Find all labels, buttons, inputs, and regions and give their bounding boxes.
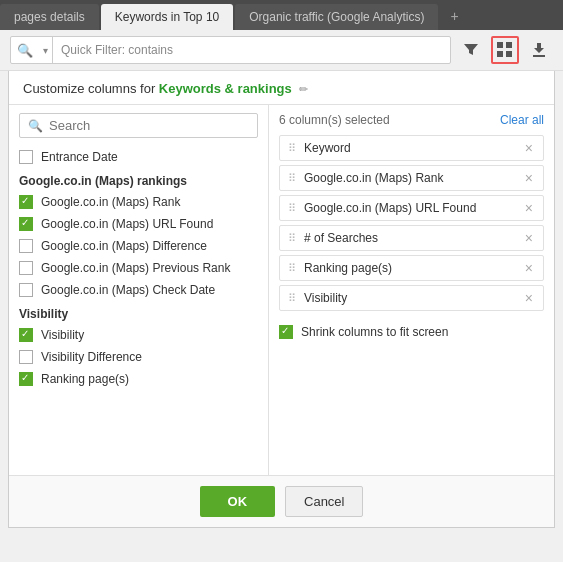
tab-bar: pages details Keywords in Top 10 Organic… — [0, 0, 563, 30]
maps-url-label: Google.co.in (Maps) URL Found — [41, 217, 213, 231]
maps-url-checkbox[interactable] — [19, 217, 33, 231]
edit-icon[interactable]: ✏ — [299, 83, 308, 95]
entrance-date-label: Entrance Date — [41, 150, 118, 164]
ranking-pages-label: Ranking page(s) — [41, 372, 129, 386]
selected-column-item[interactable]: ⠿ Google.co.in (Maps) URL Found × — [279, 195, 544, 221]
list-item[interactable]: Ranking page(s) — [9, 368, 268, 390]
group-label-visibility: Visibility — [9, 301, 268, 324]
quick-filter-input[interactable]: 🔍 ▾ Quick Filter: contains — [10, 36, 451, 64]
entrance-date-checkbox[interactable] — [19, 150, 33, 164]
svg-rect-0 — [533, 55, 545, 57]
maps-rank-label: Google.co.in (Maps) Rank — [41, 195, 180, 209]
column-search-box[interactable]: 🔍 — [19, 113, 258, 138]
drag-handle-icon: ⠿ — [288, 232, 296, 245]
left-panel: 🔍 Entrance Date Google.co.in (Maps) rank… — [9, 105, 269, 475]
visibility-label: Visibility — [41, 328, 84, 342]
list-item[interactable]: Google.co.in (Maps) Rank — [9, 191, 268, 213]
maps-check-date-label: Google.co.in (Maps) Check Date — [41, 283, 215, 297]
tab-keywords-top10[interactable]: Keywords in Top 10 — [101, 4, 234, 30]
dialog-footer: OK Cancel — [9, 475, 554, 527]
remove-item-button[interactable]: × — [523, 231, 535, 245]
remove-item-button[interactable]: × — [523, 201, 535, 215]
grid-icon-graphic — [497, 42, 513, 58]
ok-button[interactable]: OK — [200, 486, 276, 517]
selected-column-item[interactable]: ⠿ Google.co.in (Maps) Rank × — [279, 165, 544, 191]
visibility-checkbox[interactable] — [19, 328, 33, 342]
selected-column-item[interactable]: ⠿ Keyword × — [279, 135, 544, 161]
selected-column-item[interactable]: ⠿ Visibility × — [279, 285, 544, 311]
visibility-diff-label: Visibility Difference — [41, 350, 142, 364]
drag-handle-icon: ⠿ — [288, 292, 296, 305]
list-item[interactable]: Google.co.in (Maps) URL Found — [9, 213, 268, 235]
filter-text: Quick Filter: contains — [53, 43, 450, 57]
selected-item-label: Visibility — [304, 291, 523, 305]
dialog-header: Customize columns for Keywords & ranking… — [9, 71, 554, 105]
selected-item-label: Google.co.in (Maps) URL Found — [304, 201, 523, 215]
drag-handle-icon: ⠿ — [288, 172, 296, 185]
list-item[interactable]: Google.co.in (Maps) Check Date — [9, 279, 268, 301]
customize-columns-dialog: Customize columns for Keywords & ranking… — [8, 71, 555, 528]
ranking-pages-checkbox[interactable] — [19, 372, 33, 386]
drag-handle-icon: ⠿ — [288, 142, 296, 155]
drag-handle-icon: ⠿ — [288, 262, 296, 275]
right-panel-header: 6 column(s) selected Clear all — [279, 113, 544, 127]
dialog-body: 🔍 Entrance Date Google.co.in (Maps) rank… — [9, 105, 554, 475]
funnel-filter-icon[interactable] — [457, 36, 485, 64]
tab-organic-traffic[interactable]: Organic traffic (Google Analytics) — [235, 4, 438, 30]
search-icon: 🔍 — [11, 43, 39, 58]
list-item[interactable]: Google.co.in (Maps) Previous Rank — [9, 257, 268, 279]
drag-handle-icon: ⠿ — [288, 202, 296, 215]
maps-diff-checkbox[interactable] — [19, 239, 33, 253]
grid-view-icon[interactable] — [491, 36, 519, 64]
shrink-columns-option[interactable]: Shrink columns to fit screen — [279, 321, 544, 343]
selected-item-label: Google.co.in (Maps) Rank — [304, 171, 523, 185]
maps-prev-rank-label: Google.co.in (Maps) Previous Rank — [41, 261, 230, 275]
shrink-columns-label: Shrink columns to fit screen — [301, 325, 448, 339]
remove-item-button[interactable]: × — [523, 141, 535, 155]
cancel-button[interactable]: Cancel — [285, 486, 363, 517]
right-panel: 6 column(s) selected Clear all ⠿ Keyword… — [269, 105, 554, 475]
list-item[interactable]: Visibility — [9, 324, 268, 346]
column-count: 6 column(s) selected — [279, 113, 390, 127]
visibility-diff-checkbox[interactable] — [19, 350, 33, 364]
shrink-columns-checkbox[interactable] — [279, 325, 293, 339]
dialog-highlight: Keywords & rankings — [159, 81, 292, 96]
selected-item-label: Keyword — [304, 141, 523, 155]
remove-item-button[interactable]: × — [523, 261, 535, 275]
list-item[interactable]: Entrance Date — [9, 146, 268, 168]
remove-item-button[interactable]: × — [523, 291, 535, 305]
list-item[interactable]: Visibility Difference — [9, 346, 268, 368]
dialog-title: Customize columns for — [23, 81, 159, 96]
toolbar: 🔍 ▾ Quick Filter: contains — [0, 30, 563, 71]
filter-dropdown-arrow[interactable]: ▾ — [39, 37, 53, 63]
selected-column-item[interactable]: ⠿ # of Searches × — [279, 225, 544, 251]
selected-item-label: # of Searches — [304, 231, 523, 245]
tab-pages-details[interactable]: pages details — [0, 4, 99, 30]
selected-column-item[interactable]: ⠿ Ranking page(s) × — [279, 255, 544, 281]
download-icon[interactable] — [525, 36, 553, 64]
tab-add-button[interactable]: + — [440, 2, 468, 30]
maps-diff-label: Google.co.in (Maps) Difference — [41, 239, 207, 253]
remove-item-button[interactable]: × — [523, 171, 535, 185]
search-mag-icon: 🔍 — [28, 119, 43, 133]
list-item[interactable]: Google.co.in (Maps) Difference — [9, 235, 268, 257]
maps-check-date-checkbox[interactable] — [19, 283, 33, 297]
maps-rank-checkbox[interactable] — [19, 195, 33, 209]
group-label-google-maps: Google.co.in (Maps) rankings — [9, 168, 268, 191]
selected-item-label: Ranking page(s) — [304, 261, 523, 275]
search-input[interactable] — [49, 118, 249, 133]
clear-all-link[interactable]: Clear all — [500, 113, 544, 127]
maps-prev-rank-checkbox[interactable] — [19, 261, 33, 275]
